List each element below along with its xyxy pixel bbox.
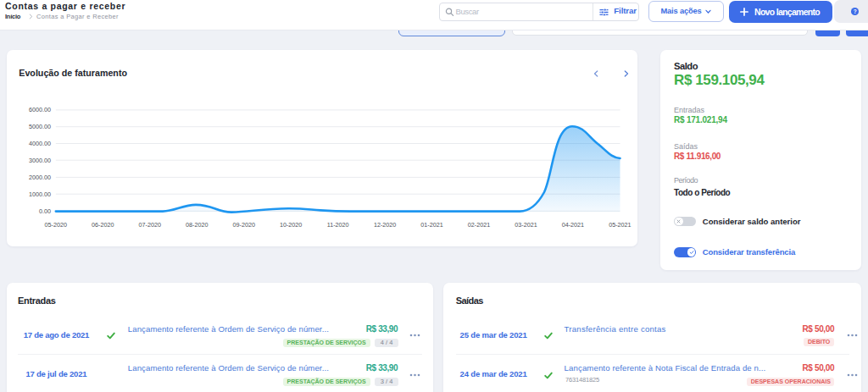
svg-text:08-2020: 08-2020 (186, 221, 208, 229)
svg-text:2000.00: 2000.00 (29, 174, 51, 181)
svg-text:0.00: 0.00 (39, 207, 51, 215)
svg-text:04-2021: 04-2021 (562, 221, 584, 229)
svg-text:10-2020: 10-2020 (280, 221, 302, 229)
svg-text:01-2021: 01-2021 (420, 221, 442, 229)
svg-text:1000.00: 1000.00 (29, 190, 51, 198)
svg-text:03-2021: 03-2021 (515, 221, 537, 229)
svg-text:05-2021: 05-2021 (609, 221, 631, 229)
svg-text:02-2021: 02-2021 (468, 221, 490, 229)
svg-text:5000.00: 5000.00 (29, 123, 51, 130)
svg-text:6000.00: 6000.00 (29, 106, 51, 113)
svg-text:4000.00: 4000.00 (29, 140, 51, 147)
svg-text:05-2020: 05-2020 (45, 221, 67, 229)
svg-text:09-2020: 09-2020 (233, 221, 255, 229)
svg-text:3000.00: 3000.00 (29, 157, 51, 164)
svg-text:07-2020: 07-2020 (139, 221, 161, 229)
svg-text:12-2020: 12-2020 (374, 221, 396, 229)
svg-text:06-2020: 06-2020 (92, 221, 114, 229)
svg-text:11-2020: 11-2020 (327, 221, 349, 229)
